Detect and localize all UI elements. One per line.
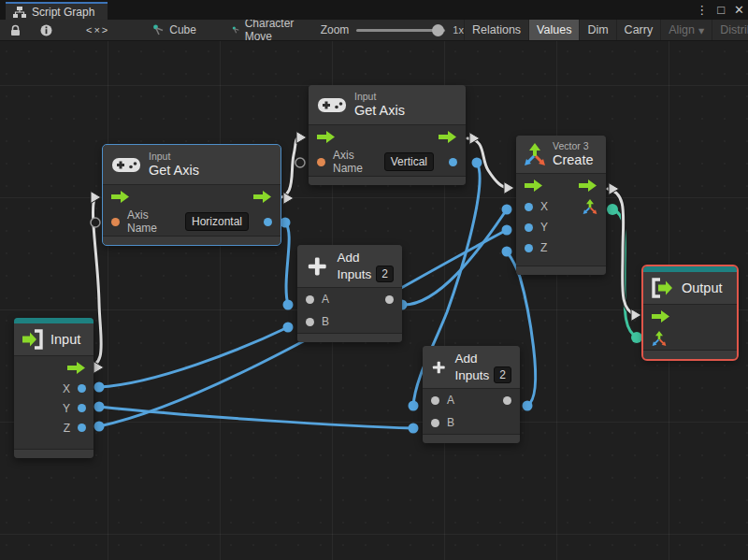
info-button[interactable]	[31, 20, 62, 40]
info-icon	[40, 24, 52, 36]
flow-out-port[interactable]	[253, 191, 272, 203]
zoom-slider[interactable]	[356, 29, 445, 32]
value-out-port[interactable]	[449, 158, 457, 166]
port-label: A	[322, 293, 329, 306]
inputs-label: Inputs	[338, 266, 372, 282]
result-port[interactable]	[503, 396, 511, 405]
subgraph-icon	[152, 24, 165, 36]
breadcrumb-cube[interactable]: Cube	[143, 20, 206, 40]
plus-icon	[431, 355, 447, 380]
node-category: Input	[354, 91, 405, 103]
port-label: Y	[63, 402, 70, 415]
node-title: Output	[682, 280, 723, 296]
node-graph-output[interactable]: Output	[643, 266, 737, 359]
node-footer	[516, 266, 606, 275]
node-title: Create	[553, 152, 594, 168]
wire-inputy-to-add2-b[interactable]	[99, 407, 413, 428]
flow-in-port[interactable]	[317, 131, 336, 143]
port-label: X	[540, 200, 548, 213]
graph-toolbar: <×> Cube Character Move Zoom 1x Relation…	[0, 20, 748, 41]
y-out-port[interactable]	[78, 404, 86, 412]
axis-name-port[interactable]	[111, 218, 120, 226]
vector3-icon	[524, 143, 546, 165]
input-b-port[interactable]	[431, 419, 439, 427]
result-port[interactable]	[385, 295, 394, 304]
node-get-axis-vertical[interactable]: Input Get Axis Axis Name Vertical	[309, 85, 466, 185]
variables-button[interactable]: <×>	[62, 20, 134, 40]
node-vector3-create[interactable]: Vector 3 Create X Y Z	[516, 136, 606, 275]
param-label: Axis Name	[127, 208, 178, 235]
view-button-group: Relations Values Dim Carry Align ▾ Distr…	[464, 20, 748, 40]
lock-button[interactable]	[0, 20, 31, 40]
zoom-level: 1x	[453, 24, 464, 36]
value-out-port[interactable]	[264, 218, 272, 226]
gamepad-icon	[318, 96, 346, 114]
breadcrumb-character-move[interactable]: Character Move	[223, 20, 308, 40]
port-label: X	[63, 382, 70, 395]
wire-inputx-to-add1-b[interactable]	[99, 327, 288, 387]
zoom-label: Zoom	[321, 23, 350, 36]
inputs-count-field[interactable]: 2	[376, 266, 394, 282]
graph-canvas[interactable]: Input Get Axis Axis Name Vertical	[0, 41, 748, 560]
x-out-port[interactable]	[78, 384, 86, 393]
vector3-out-port[interactable]	[583, 199, 597, 214]
maximize-icon[interactable]: □	[717, 3, 725, 17]
input-a-port[interactable]	[431, 396, 439, 405]
axis-name-field[interactable]: Vertical	[384, 152, 434, 171]
input-b-port[interactable]	[306, 318, 314, 326]
hollow-port[interactable]	[295, 158, 305, 167]
distribute-dropdown[interactable]: Distribute ▾	[712, 20, 748, 40]
z-out-port[interactable]	[78, 424, 86, 432]
port-label: B	[447, 416, 454, 429]
tab-title: Script Graph	[32, 6, 94, 19]
relations-button[interactable]: Relations	[464, 20, 528, 40]
node-category: Vector 3	[553, 140, 594, 152]
node-graph-input[interactable]: Input X Y Z	[14, 318, 94, 458]
wire-horizontal-to-add1-a[interactable]	[285, 223, 289, 305]
port-label: B	[322, 315, 329, 328]
lock-icon	[9, 24, 22, 36]
y-in-port[interactable]	[525, 223, 533, 232]
inputs-label: Inputs	[455, 367, 490, 383]
param-label: Axis Name	[333, 149, 377, 175]
port-label: Z	[540, 241, 547, 254]
flow-in-port[interactable]	[111, 191, 130, 203]
node-footer	[14, 449, 94, 458]
node-footer	[297, 333, 402, 342]
plus-icon	[306, 254, 329, 279]
dim-button[interactable]: Dim	[579, 20, 615, 40]
x-in-port[interactable]	[525, 203, 533, 211]
flow-in-port[interactable]	[525, 179, 543, 192]
flow-out-port[interactable]	[579, 179, 597, 192]
kebab-menu-icon[interactable]: ⋮	[696, 3, 708, 17]
axis-name-field[interactable]: Horizontal	[185, 212, 249, 231]
flow-out-port[interactable]	[439, 131, 457, 143]
carry-button[interactable]: Carry	[616, 20, 661, 40]
vector3-in-port[interactable]	[652, 331, 667, 346]
node-footer	[423, 434, 520, 443]
flow-in-port[interactable]	[652, 310, 670, 323]
inputs-count-field[interactable]: 2	[494, 366, 511, 383]
node-add-1[interactable]: Add Inputs 2 A B	[297, 245, 402, 342]
tab-script-graph[interactable]: Script Graph	[6, 2, 108, 20]
node-footer	[103, 236, 280, 245]
values-button[interactable]: Values	[528, 20, 579, 40]
z-in-port[interactable]	[525, 244, 533, 252]
node-title: Input	[50, 332, 80, 348]
port-label: A	[447, 394, 454, 407]
port-label: Z	[64, 422, 70, 435]
input-a-port[interactable]	[306, 295, 314, 304]
node-footer	[643, 350, 737, 359]
graph-output-icon	[651, 278, 674, 298]
node-title: Get Axis	[354, 103, 405, 119]
close-icon[interactable]: ✕	[734, 3, 744, 17]
node-add-2[interactable]: Add Inputs 2 A B	[423, 346, 520, 443]
align-dropdown[interactable]: Align ▾	[660, 20, 712, 40]
hollow-port[interactable]	[91, 218, 100, 227]
node-get-axis-horizontal[interactable]: Input Get Axis Axis Name Horizontal	[103, 145, 280, 245]
angle-x-icon: <×>	[86, 24, 109, 36]
axis-name-port[interactable]	[317, 158, 325, 166]
zoom-slider-knob[interactable]	[432, 24, 444, 36]
graph-icon	[13, 7, 26, 18]
flow-out-port[interactable]	[67, 362, 86, 374]
